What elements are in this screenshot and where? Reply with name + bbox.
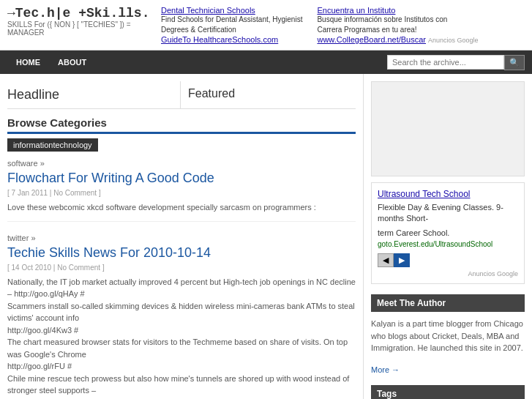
ad2-link[interactable]: Encuentra un Instituto [317,6,395,15]
search-button[interactable]: 🔍 [504,55,525,70]
site-logo[interactable]: →Tec.h|e +Ski.lls. [7,6,154,20]
meet-author-section: Meet The Author Kalyan is a part time bl… [371,294,525,375]
tags-section: Tags ComputerSkills [371,385,525,399]
main-layout: Headline Featured Browse Categories info… [0,74,532,399]
post-2-title[interactable]: Techie Skills News For 2010-10-14 [7,245,356,261]
sidebar-ad-line1: Flexible Day & Evening Classes. 9-months… [378,202,518,225]
meet-author-text: Kalyan is a part time blogger from Chica… [371,318,525,354]
category-tag-it[interactable]: informationtechnology [7,138,98,152]
header-ad-1: Dental Technician Schools Find Schools f… [161,6,302,44]
sidebar-ad-title[interactable]: Ultrasound Tech School [378,189,471,199]
meet-author-more-link[interactable]: More → [371,365,400,374]
top-header: →Tec.h|e +Ski.lls. SKILLS For ({ NON } [… [0,0,532,51]
ad2-line2: Carrera Programas en tu area! [317,25,478,35]
content-area: Headline Featured Browse Categories info… [0,74,364,399]
ad1-line1: Find Schools for Dental Assistant, Hygie… [161,15,302,25]
headline-title: Headline [7,87,180,102]
post-2-excerpt: Nationally, the IT job market actually i… [7,276,356,400]
sidebar-ad-link[interactable]: goto.Everest.edu/UltrasoundSchool [378,240,492,248]
ad1-link2[interactable]: GuideTo HealthcareSchools.com [161,35,278,44]
sidebar-ad-image [371,81,525,176]
anuncios-label: Anuncios Google [378,270,518,277]
header-ads: Dental Technician Schools Find Schools f… [154,6,525,44]
tags-heading: Tags [371,385,525,399]
sidebar: Ultrasound Tech School Flexible Day & Ev… [364,74,532,399]
ad1-link[interactable]: Dental Technician Schools [161,6,255,15]
ad2-link2[interactable]: www.CollegeBoard.net/Buscar [317,35,426,44]
post-1-meta: [ 7 Jan 2011 | No Comment ] [7,189,356,197]
search-input[interactable] [387,55,504,70]
logo-area: →Tec.h|e +Ski.lls. SKILLS For ({ NON } [… [7,6,154,37]
post-1-excerpt: Love these webcomic xkcd software develo… [7,201,356,214]
nav-home[interactable]: HOME [7,51,49,74]
header-ad-2: Encuentra un Instituto Busque informació… [317,6,478,44]
post-1: software » Flowchart For Writing A Good … [7,159,356,222]
ad2-label: Anuncios Google [428,37,479,44]
post-1-title[interactable]: Flowchart For Writing A Good Code [7,171,356,186]
sidebar-ad-block: Ultrasound Tech School Flexible Day & Ev… [371,182,525,284]
ad-next-button[interactable]: ▶ [394,253,410,267]
headline-col: Headline [7,81,180,108]
post-2-category: twitter » [7,234,356,242]
browse-heading: Browse Categories [7,116,356,134]
ad-navigation: ◀ ▶ [378,253,518,267]
post-2: twitter » Techie Skills News For 2010-10… [7,234,356,400]
post-1-category: software » [7,159,356,168]
sidebar-ad-line2: term Career School. [378,228,518,239]
meet-author-heading: Meet The Author [371,294,525,312]
ad-prev-button[interactable]: ◀ [378,253,394,267]
post-2-meta: [ 14 Oct 2010 | No Comment ] [7,264,356,272]
featured-col: Featured [180,81,356,108]
nav-about[interactable]: ABOUT [49,51,95,74]
logo-subtitle: SKILLS For ({ NON } [ "TECHIES" ]) = MAN… [7,20,154,37]
ad1-line2: Degrees & Certification [161,25,302,35]
nav-search-area: 🔍 [387,55,525,70]
browse-categories: Browse Categories informationtechnology [7,116,356,152]
ad2-line1: Busque información sobre Institutos con [317,15,478,25]
nav-bar: HOME ABOUT 🔍 [0,51,532,74]
headline-featured-row: Headline Featured [7,81,356,109]
featured-title: Featured [188,87,356,100]
